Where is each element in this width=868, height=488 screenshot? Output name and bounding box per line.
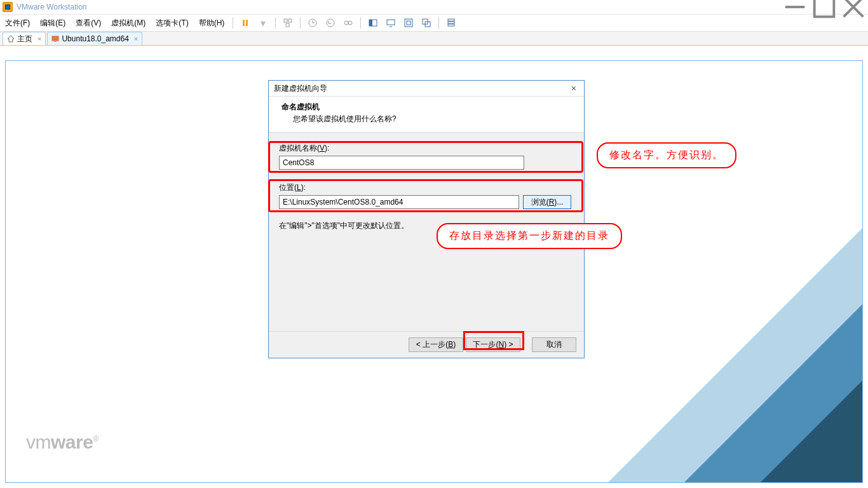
- fullscreen-icon[interactable]: [402, 16, 416, 30]
- vm-name-input[interactable]: [279, 156, 524, 170]
- send-ctrl-alt-del-icon[interactable]: [281, 16, 295, 30]
- tabstrip: 主页 × Ubuntu18.0_amd64 ×: [0, 32, 868, 46]
- window-title: VMware Workstation: [17, 3, 86, 11]
- close-button[interactable]: [839, 0, 868, 15]
- window-titlebar: VMware Workstation: [0, 0, 868, 15]
- svg-rect-7: [288, 19, 292, 22]
- tab-vm1[interactable]: Ubuntu18.0_amd64 ×: [47, 32, 142, 45]
- console-view-icon[interactable]: [384, 16, 398, 30]
- menu-tabs[interactable]: 选项卡(T): [151, 15, 193, 31]
- wizard-close-button[interactable]: ×: [569, 83, 579, 93]
- vmware-logo: vmware®: [26, 431, 98, 453]
- menu-help[interactable]: 帮助(H): [194, 15, 230, 31]
- play-icon[interactable]: [238, 16, 252, 30]
- back-button[interactable]: < 上一步(B): [409, 337, 463, 352]
- menu-edit[interactable]: 编辑(E): [35, 15, 71, 31]
- new-vm-wizard: 新建虚拟机向导 × 命名虚拟机 您希望该虚拟机使用什么名称? 虚拟机名称(V):…: [268, 80, 585, 358]
- vm-name-label: 虚拟机名称(V):: [279, 143, 574, 154]
- svg-rect-24: [52, 36, 58, 41]
- svg-rect-1: [815, 0, 834, 17]
- unity-icon[interactable]: [419, 16, 433, 30]
- svg-rect-15: [387, 20, 395, 25]
- app-icon: [3, 2, 13, 12]
- location-input[interactable]: [279, 195, 519, 209]
- snapshot-icon[interactable]: [306, 16, 320, 30]
- annotation-bubble-location: 存放目录选择第一步新建的目录: [437, 223, 622, 249]
- menu-vm[interactable]: 虚拟机(M): [106, 15, 151, 31]
- tab-home-label: 主页: [17, 34, 32, 44]
- svg-point-11: [344, 21, 348, 25]
- next-button[interactable]: 下一步(N) >: [466, 337, 520, 352]
- revert-snapshot-icon[interactable]: [323, 16, 337, 30]
- cancel-button[interactable]: 取消: [532, 337, 576, 352]
- menubar: 文件(F) 编辑(E) 查看(V) 虚拟机(M) 选项卡(T) 帮助(H) ▾: [0, 15, 868, 32]
- svg-rect-4: [243, 20, 245, 26]
- svg-rect-25: [54, 41, 57, 42]
- home-panel: vmware® 新建虚拟机向导 × 命名虚拟机 您希望该虚拟机使用什么名称? 虚…: [5, 60, 863, 483]
- svg-marker-28: [761, 381, 862, 482]
- close-icon[interactable]: ×: [134, 35, 138, 43]
- svg-marker-27: [684, 304, 862, 482]
- annotation-bubble-name: 修改名字。方便识别。: [597, 142, 736, 168]
- menu-file[interactable]: 文件(F): [0, 15, 35, 31]
- svg-rect-8: [286, 24, 289, 27]
- wizard-header-title: 命名虚拟机: [281, 102, 571, 112]
- svg-rect-18: [407, 21, 410, 25]
- svg-rect-23: [448, 24, 454, 26]
- manage-snapshot-icon[interactable]: [341, 16, 355, 30]
- library-icon[interactable]: [444, 16, 458, 30]
- svg-rect-5: [246, 20, 248, 26]
- location-label: 位置(L):: [279, 182, 574, 193]
- svg-rect-22: [448, 22, 454, 24]
- tab-vm1-label: Ubuntu18.0_amd64: [62, 34, 128, 43]
- maximize-button[interactable]: [810, 0, 839, 15]
- dropdown-icon[interactable]: ▾: [256, 16, 270, 30]
- home-icon: [7, 35, 15, 43]
- wizard-title: 新建虚拟机向导: [274, 83, 327, 94]
- svg-marker-26: [608, 228, 862, 482]
- svg-point-12: [348, 21, 352, 25]
- vm-icon: [51, 35, 59, 43]
- fit-guest-icon[interactable]: [366, 16, 380, 30]
- svg-rect-17: [405, 19, 412, 27]
- svg-rect-14: [369, 20, 372, 26]
- svg-rect-6: [284, 19, 287, 22]
- wizard-header-subtitle: 您希望该虚拟机使用什么名称?: [293, 114, 571, 125]
- browse-button[interactable]: 浏览(R)...: [523, 195, 571, 209]
- menu-view[interactable]: 查看(V): [71, 15, 106, 31]
- svg-rect-21: [448, 19, 454, 21]
- minimize-button[interactable]: [780, 0, 810, 15]
- close-icon[interactable]: ×: [37, 35, 41, 43]
- svg-point-10: [327, 19, 334, 27]
- tab-home[interactable]: 主页 ×: [3, 32, 46, 45]
